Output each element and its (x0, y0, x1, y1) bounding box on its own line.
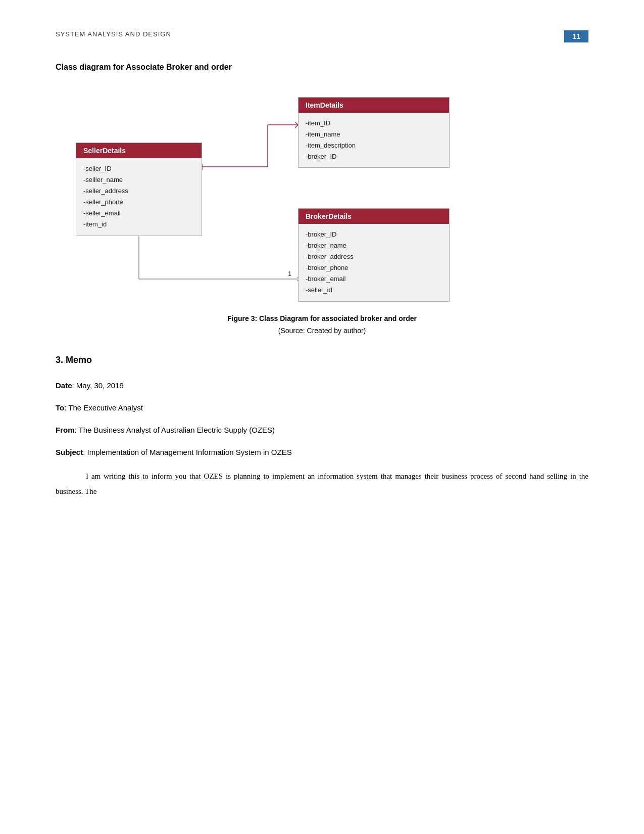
memo-subject-value: : Implementation of Management Informati… (83, 448, 292, 456)
seller-box-header: SellerDetails (76, 143, 202, 158)
memo-subject-label: Subject (56, 448, 83, 456)
broker-box-header: BrokerDetails (299, 209, 449, 224)
memo-date-value: : May, 30, 2019 (72, 381, 124, 390)
broker-field-3: -broker_address (306, 251, 442, 262)
memo-date-line: Date: May, 30, 2019 (56, 380, 588, 392)
source-text: (Source: Created by author) (56, 327, 588, 335)
broker-details-box: BrokerDetails -broker_ID -broker_name -b… (298, 208, 450, 302)
seller-field-4: -seller_phone (83, 197, 194, 208)
memo-to-line: To: The Executive Analyst (56, 402, 588, 414)
broker-field-1: -broker_ID (306, 229, 442, 240)
memo-to-label: To (56, 403, 64, 412)
memo-from-label: From (56, 426, 75, 434)
figure-caption-bold: Figure 3 (227, 314, 255, 322)
broker-box-body: -broker_ID -broker_name -broker_address … (299, 224, 449, 301)
item-box-header: ItemDetails (299, 98, 449, 113)
memo-subject-line: Subject: Implementation of Management In… (56, 446, 588, 458)
diagram-section-title: Class diagram for Associate Broker and o… (56, 63, 588, 72)
memo-to-value: : The Executive Analyst (64, 403, 143, 412)
memo-paragraph-1: I am writing this to inform you that OZE… (56, 469, 588, 499)
figure-caption-text: : Class Diagram for associated broker an… (255, 314, 417, 322)
seller-field-1: -seller_ID (83, 163, 194, 174)
seller-field-2: -selller_name (83, 174, 194, 186)
svg-text:1: 1 (288, 270, 291, 277)
seller-box-body: -seller_ID -selller_name -seller_address… (76, 158, 202, 236)
seller-field-3: -seller_address (83, 186, 194, 197)
page-header: SYSTEM ANALYSIS AND DESIGN 11 (56, 30, 588, 42)
memo-body: I am writing this to inform you that OZE… (56, 469, 588, 499)
seller-field-6: -item_id (83, 219, 194, 230)
seller-field-5: -seller_email (83, 208, 194, 219)
broker-field-2: -broker_name (306, 240, 442, 251)
memo-date-label: Date (56, 381, 72, 390)
figure-caption: Figure 3: Class Diagram for associated b… (56, 314, 588, 322)
item-field-1: -item_ID (306, 118, 442, 129)
memo-section-title: 3. Memo (56, 355, 588, 365)
broker-field-5: -broker_email (306, 273, 442, 285)
page: SYSTEM ANALYSIS AND DESIGN 11 Class diag… (0, 0, 644, 834)
header-title: SYSTEM ANALYSIS AND DESIGN (56, 30, 171, 38)
broker-field-6: -seller_id (306, 285, 442, 296)
broker-field-4: -broker_phone (306, 262, 442, 273)
item-box-body: -item_ID -item_name -item_description -b… (299, 113, 449, 167)
item-field-3: -item_description (306, 140, 442, 151)
item-field-2: -item_name (306, 129, 442, 140)
item-field-4: -broker_ID (306, 151, 442, 162)
item-details-box: ItemDetails -item_ID -item_name -item_de… (298, 97, 450, 168)
page-number: 11 (564, 30, 588, 42)
class-diagram: 1 SellerDetails -seller_ID -selller_name… (56, 87, 588, 304)
memo-from-line: From: The Business Analyst of Australian… (56, 424, 588, 436)
seller-details-box: SellerDetails -seller_ID -selller_name -… (76, 143, 202, 236)
memo-from-value: : The Business Analyst of Australian Ele… (75, 426, 275, 434)
